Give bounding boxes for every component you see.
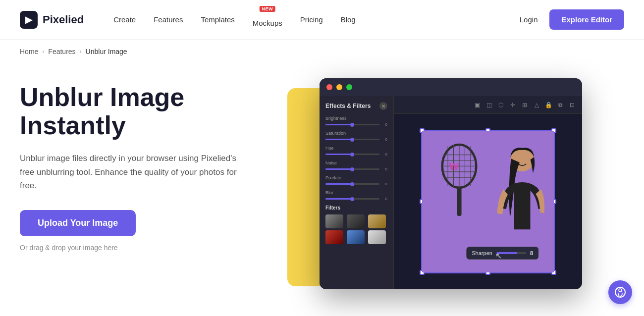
svg-text:W: W bbox=[449, 160, 459, 172]
toolbar-icon-3[interactable]: ⬡ bbox=[497, 101, 505, 109]
main-content: Unblur Image Instantly Unblur image file… bbox=[0, 63, 644, 315]
logo[interactable]: ▶ Pixelied bbox=[20, 11, 84, 29]
sharpen-slider[interactable] bbox=[496, 252, 526, 254]
window-titlebar bbox=[320, 78, 582, 96]
slider-hue-label: Hue bbox=[325, 146, 387, 151]
slider-brightness-label: Brightness bbox=[325, 116, 387, 121]
filter-thumb-3[interactable] bbox=[368, 214, 386, 228]
slider-blur-label: Blur bbox=[325, 190, 387, 195]
window-dot-close[interactable] bbox=[326, 84, 332, 90]
panel-title-row: Effects & Filters ✕ bbox=[325, 102, 387, 110]
slider-hue-bar[interactable] bbox=[325, 154, 379, 155]
filters-label: Filters bbox=[325, 205, 387, 211]
slider-pixelate: Pixelate 0 bbox=[325, 175, 387, 186]
slider-noise-bar[interactable] bbox=[325, 168, 379, 170]
header-right: Login Explore Editor bbox=[520, 9, 624, 30]
canvas-toolbar: ▣ ◫ ⬡ ✛ ⊞ △ 🔒 ⧉ ⊡ bbox=[394, 96, 582, 114]
slider-pixelate-label: Pixelate bbox=[325, 175, 387, 180]
logo-text: Pixelied bbox=[43, 13, 84, 26]
new-badge: NEW bbox=[260, 6, 276, 12]
breadcrumb-home[interactable]: Home bbox=[20, 48, 38, 55]
svg-point-15 bbox=[619, 289, 622, 292]
slider-pixelate-bar[interactable] bbox=[325, 183, 379, 185]
breadcrumb-sep-1: › bbox=[42, 48, 44, 55]
breadcrumb: Home › Features › Unblur Image bbox=[0, 40, 644, 63]
filters-grid bbox=[325, 214, 387, 244]
slider-saturation: Saturation 0 bbox=[325, 131, 387, 142]
main-nav: Create Features Templates NEW Mockups Pr… bbox=[113, 12, 520, 27]
nav-pricing[interactable]: Pricing bbox=[300, 15, 323, 24]
hero-description: Unblur image files directly in your brow… bbox=[20, 152, 238, 192]
left-content: Unblur Image Instantly Unblur image file… bbox=[20, 73, 277, 252]
toolbar-icon-6[interactable]: △ bbox=[533, 101, 540, 109]
filter-thumb-5[interactable] bbox=[347, 230, 365, 244]
nav-create[interactable]: Create bbox=[113, 15, 136, 24]
logo-icon: ▶ bbox=[20, 11, 38, 29]
filter-thumb-2[interactable] bbox=[347, 214, 365, 228]
toolbar-icon-9[interactable]: ⊡ bbox=[568, 101, 576, 109]
editor-body: Effects & Filters ✕ Brightness 0 bbox=[320, 96, 582, 289]
slider-blur: Blur 0 bbox=[325, 190, 387, 201]
right-content: Effects & Filters ✕ Brightness 0 bbox=[277, 73, 624, 289]
toolbar-icon-2[interactable]: ◫ bbox=[485, 101, 493, 109]
drag-drop-text: Or drag & drop your image here bbox=[20, 244, 118, 252]
filter-thumb-6[interactable] bbox=[368, 230, 386, 244]
help-icon bbox=[614, 286, 626, 298]
slider-saturation-bar[interactable] bbox=[325, 139, 379, 140]
toolbar-icon-1[interactable]: ▣ bbox=[473, 101, 481, 109]
slider-saturation-label: Saturation bbox=[325, 131, 387, 136]
slider-hue: Hue 0 bbox=[325, 146, 387, 157]
filter-thumb-4[interactable] bbox=[325, 230, 343, 244]
canvas-work-area: W bbox=[394, 114, 582, 289]
nav-templates[interactable]: Templates bbox=[201, 15, 234, 24]
slider-noise: Noise 0 bbox=[325, 160, 387, 171]
editor-window: Effects & Filters ✕ Brightness 0 bbox=[320, 78, 582, 289]
filter-thumb-1[interactable] bbox=[325, 214, 343, 228]
window-dot-maximize[interactable] bbox=[346, 84, 352, 90]
editor-canvas[interactable]: ▣ ◫ ⬡ ✛ ⊞ △ 🔒 ⧉ ⊡ bbox=[394, 96, 582, 289]
login-link[interactable]: Login bbox=[520, 15, 538, 24]
upload-button[interactable]: Upload Your Image bbox=[20, 210, 136, 236]
nav-mockups[interactable]: NEW Mockups bbox=[253, 12, 282, 27]
breadcrumb-sep-2: › bbox=[80, 48, 82, 55]
panel-close-button[interactable]: ✕ bbox=[379, 102, 387, 110]
slider-brightness-bar[interactable] bbox=[325, 124, 379, 125]
toolbar-icon-5[interactable]: ⊞ bbox=[521, 101, 529, 109]
svg-rect-11 bbox=[457, 188, 461, 216]
explore-editor-button[interactable]: Explore Editor bbox=[549, 9, 624, 30]
panel-title-text: Effects & Filters bbox=[325, 103, 371, 109]
toolbar-icon-8[interactable]: ⧉ bbox=[556, 101, 564, 109]
slider-blur-bar[interactable] bbox=[325, 198, 379, 200]
sharpen-value: 8 bbox=[530, 250, 533, 256]
breadcrumb-features[interactable]: Features bbox=[48, 48, 75, 55]
tennis-racket-icon: W bbox=[432, 141, 486, 220]
window-dot-minimize[interactable] bbox=[336, 84, 342, 90]
slider-noise-label: Noise bbox=[325, 160, 387, 165]
sharpen-tooltip: Sharpen 8 bbox=[466, 247, 538, 260]
sharpen-tooltip-label: Sharpen bbox=[472, 250, 492, 256]
breadcrumb-current: Unblur Image bbox=[86, 48, 127, 55]
nav-features[interactable]: Features bbox=[154, 15, 183, 24]
help-button[interactable] bbox=[608, 280, 632, 304]
slider-brightness: Brightness 0 bbox=[325, 116, 387, 127]
toolbar-icon-4[interactable]: ✛ bbox=[509, 101, 517, 109]
toolbar-icon-7[interactable]: 🔒 bbox=[544, 101, 552, 109]
nav-blog[interactable]: Blog bbox=[341, 15, 356, 24]
hero-title: Unblur Image Instantly bbox=[20, 83, 277, 140]
effects-panel: Effects & Filters ✕ Brightness 0 bbox=[320, 96, 394, 289]
